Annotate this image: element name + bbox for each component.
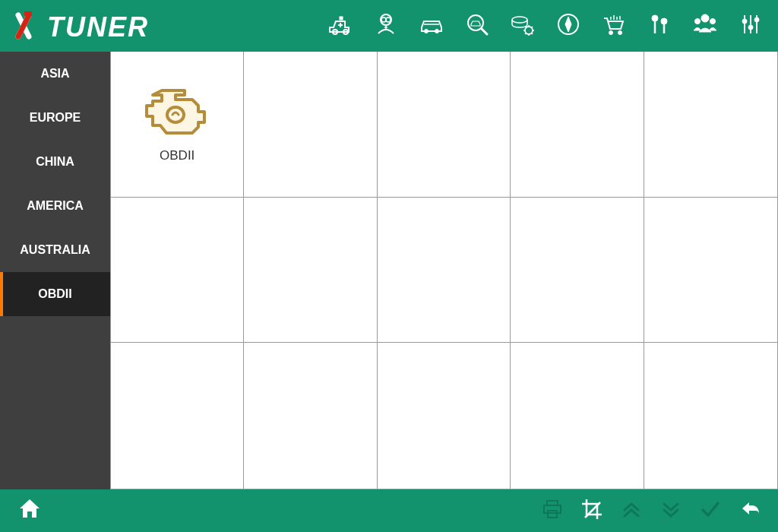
sidebar-item-europe[interactable]: EUROPE <box>0 96 110 140</box>
sidebar-item-australia[interactable]: AUSTRALIA <box>0 228 110 272</box>
footer <box>0 489 778 532</box>
brand-text: TUNER <box>47 11 149 43</box>
home-icon[interactable] <box>17 496 43 525</box>
down-icon[interactable] <box>659 498 682 524</box>
grid-cell-empty[interactable] <box>111 198 244 344</box>
header: TUNER <box>0 0 778 52</box>
grid-cell-empty[interactable] <box>378 52 511 198</box>
grid-cell-empty[interactable] <box>244 52 377 198</box>
svg-point-20 <box>742 19 747 24</box>
svg-point-13 <box>609 31 613 35</box>
svg-point-10 <box>512 17 527 23</box>
svg-point-21 <box>748 25 753 30</box>
grid-cell-empty[interactable] <box>244 198 377 344</box>
print-icon[interactable] <box>541 498 564 524</box>
ambulance-icon[interactable] <box>327 11 354 41</box>
mic-icon[interactable] <box>646 11 673 41</box>
sidebar-item-label: CHINA <box>36 155 74 169</box>
grid-cell-empty[interactable] <box>244 343 377 489</box>
grid-cell-empty[interactable] <box>644 52 777 198</box>
crop-icon[interactable] <box>580 498 603 524</box>
svg-point-16 <box>661 18 667 24</box>
sidebar: ASIA EUROPE CHINA AMERICA AUSTRALIA OBDI… <box>0 52 110 489</box>
svg-point-19 <box>710 19 716 24</box>
grid-cell-empty[interactable] <box>644 198 777 344</box>
svg-rect-26 <box>548 511 557 518</box>
vehicle-grid: OBDII <box>110 52 778 489</box>
sidebar-item-label: AMERICA <box>27 199 84 213</box>
up-icon[interactable] <box>620 498 643 524</box>
svg-point-6 <box>386 17 391 22</box>
svg-rect-25 <box>544 505 561 513</box>
svg-point-22 <box>754 17 759 22</box>
people-icon[interactable] <box>691 11 719 41</box>
back-icon[interactable] <box>738 498 761 524</box>
sidebar-item-label: AUSTRALIA <box>20 243 90 257</box>
grid-cell-empty[interactable] <box>111 343 244 489</box>
grid-cell-empty[interactable] <box>378 198 511 344</box>
sidebar-item-label: ASIA <box>40 67 69 81</box>
sidebar-item-china[interactable]: CHINA <box>0 140 110 184</box>
sidebar-item-america[interactable]: AMERICA <box>0 184 110 228</box>
doctor-icon[interactable] <box>372 11 400 41</box>
svg-rect-0 <box>24 11 32 16</box>
svg-point-5 <box>381 17 386 22</box>
grid-cell-obdii[interactable]: OBDII <box>111 52 244 198</box>
svg-rect-3 <box>340 17 343 20</box>
brand-logo: TUNER <box>14 9 149 43</box>
car-search-icon[interactable] <box>463 11 491 41</box>
coin-gear-icon[interactable] <box>509 11 536 41</box>
svg-point-15 <box>652 15 658 21</box>
sidebar-item-label: OBDII <box>38 287 71 301</box>
svg-point-18 <box>695 19 701 24</box>
cell-label: OBDII <box>160 148 194 163</box>
grid-cell-empty[interactable] <box>378 343 511 489</box>
sliders-icon[interactable] <box>737 11 764 41</box>
compass-icon[interactable] <box>555 11 582 41</box>
grid-cell-empty[interactable] <box>644 343 777 489</box>
sidebar-item-obdii[interactable]: OBDII <box>0 272 110 316</box>
cart-icon[interactable] <box>600 11 628 41</box>
sidebar-item-label: EUROPE <box>30 111 81 125</box>
svg-point-14 <box>618 31 622 35</box>
engine-icon <box>139 84 215 138</box>
header-toolbar <box>327 11 764 41</box>
check-icon[interactable] <box>699 498 722 524</box>
svg-point-23 <box>167 107 184 122</box>
svg-point-17 <box>701 14 709 22</box>
body: ASIA EUROPE CHINA AMERICA AUSTRALIA OBDI… <box>0 52 778 489</box>
svg-point-7 <box>425 30 429 33</box>
grid-cell-empty[interactable] <box>511 198 644 344</box>
grid-cell-empty[interactable] <box>511 343 644 489</box>
svg-point-8 <box>435 30 439 33</box>
car-icon[interactable] <box>418 11 445 41</box>
grid-cell-empty[interactable] <box>511 52 644 198</box>
sidebar-item-asia[interactable]: ASIA <box>0 52 110 96</box>
